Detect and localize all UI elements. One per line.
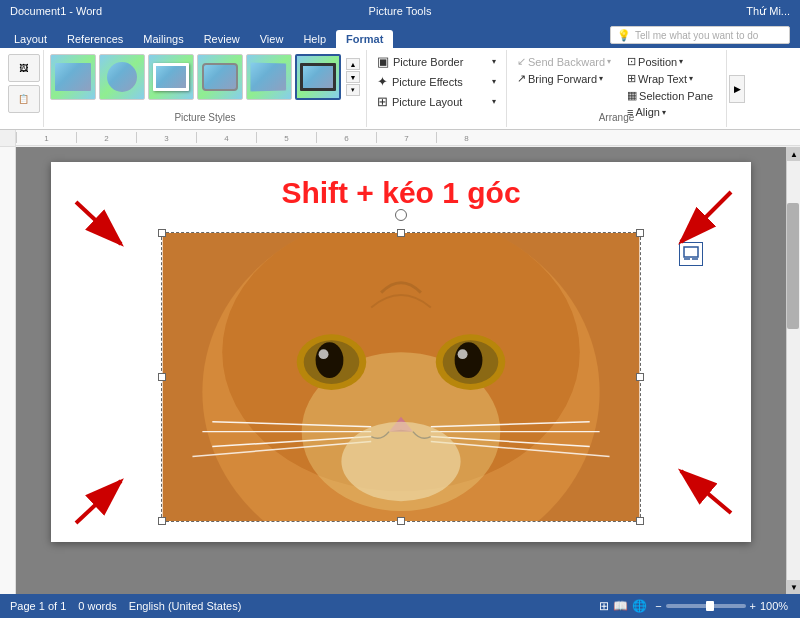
scroll-down-arrow[interactable]: ▼ (787, 580, 800, 594)
tab-review[interactable]: Review (194, 30, 250, 48)
style-thumb-selected[interactable] (295, 54, 341, 100)
stub-btn-2[interactable]: 📋 (8, 85, 40, 113)
title-bar: Document1 - Word Picture Tools Thứ Mi... (0, 0, 800, 22)
picture-border-btn[interactable]: ▣ Picture Border ▾ (373, 52, 500, 71)
picture-styles-group: ▲ ▼ ▾ Picture Styles (44, 50, 367, 127)
view-buttons: ⊞ 📖 🌐 (599, 599, 647, 613)
picture-effects-btn[interactable]: ✦ Picture Effects ▾ (373, 72, 500, 91)
wrap-text-btn[interactable]: ⊞ Wrap Text ▾ (623, 71, 717, 86)
arrow-bottom-left (66, 463, 146, 537)
handle-mid-right[interactable] (636, 373, 644, 381)
tab-references[interactable]: References (57, 30, 133, 48)
vertical-scrollbar[interactable]: ▲ ▼ (786, 147, 800, 594)
ribbon: 🖼 📋 ▲ ▼ (0, 48, 800, 130)
bring-forward-icon: ↗ (517, 72, 526, 85)
style-thumb-1[interactable] (50, 54, 96, 100)
picture-layout-btn[interactable]: ⊞ Picture Layout ▾ (373, 92, 500, 111)
vertical-ruler (0, 147, 16, 594)
svg-point-11 (458, 349, 468, 359)
border-icon: ▣ (377, 54, 389, 69)
ruler-corner (0, 130, 16, 147)
effects-icon: ✦ (377, 74, 388, 89)
handle-mid-left[interactable] (158, 373, 166, 381)
handle-top-left[interactable] (158, 229, 166, 237)
style-thumb-4[interactable] (197, 54, 243, 100)
arrow-top-right (651, 182, 741, 266)
horizontal-ruler: 1 2 3 4 5 6 7 8 (16, 130, 800, 146)
position-btn[interactable]: ⊡ Position ▾ (623, 54, 717, 69)
picture-styles-label: Picture Styles (44, 112, 366, 123)
svg-point-22 (341, 422, 460, 501)
picture-options-group: ▣ Picture Border ▾ ✦ Picture Effects ▾ ⊞… (367, 50, 507, 127)
zoom-out-btn[interactable]: − (655, 600, 661, 612)
left-ribbon-stub: 🖼 📋 (4, 50, 44, 127)
scroll-track[interactable] (787, 161, 800, 580)
arrange-label: Arrange (507, 112, 726, 123)
style-thumb-3[interactable] (148, 54, 194, 100)
status-left: Page 1 of 1 0 words English (United Stat… (10, 600, 241, 612)
style-thumb-5[interactable] (246, 54, 292, 100)
svg-point-10 (455, 342, 483, 378)
send-backward-icon: ↙ (517, 55, 526, 68)
document-page: Shift + kéo 1 góc (51, 162, 751, 542)
scroll-up-arrow[interactable]: ▲ (787, 147, 800, 161)
scroll-more-btn[interactable]: ▾ (346, 84, 360, 96)
styles-scroll[interactable]: ▲ ▼ ▾ (346, 58, 360, 96)
zoom-thumb[interactable] (706, 601, 714, 611)
cat-image (162, 233, 640, 521)
handle-bottom-right[interactable] (636, 517, 644, 525)
annotation-text: Shift + kéo 1 góc (281, 176, 520, 210)
rotate-handle[interactable] (395, 209, 407, 221)
tab-mailings[interactable]: Mailings (133, 30, 193, 48)
svg-point-6 (316, 342, 344, 378)
bring-forward-btn[interactable]: ↗ Bring Forward ▾ (513, 71, 615, 86)
zoom-percent: 100% (760, 600, 790, 612)
ruler-wrapper: 1 2 3 4 5 6 7 8 (0, 130, 800, 147)
picture-tools-label: Picture Tools (369, 5, 432, 17)
handle-top-center[interactable] (397, 229, 405, 237)
document-area: Shift + kéo 1 góc (0, 147, 800, 594)
user-name: Thứ Mi... (746, 5, 790, 18)
style-thumb-2[interactable] (99, 54, 145, 100)
svg-line-29 (681, 192, 731, 242)
svg-line-31 (76, 481, 121, 523)
status-bar: Page 1 of 1 0 words English (United Stat… (0, 594, 800, 618)
svg-line-33 (681, 471, 731, 513)
handle-bottom-center[interactable] (397, 517, 405, 525)
selection-pane-btn[interactable]: ▦ Selection Pane (623, 88, 717, 103)
arrow-bottom-right (651, 453, 741, 537)
print-layout-icon[interactable]: ⊞ (599, 599, 609, 613)
zoom-control: − + 100% (655, 600, 790, 612)
tab-format[interactable]: Format (336, 30, 393, 48)
page-container: Shift + kéo 1 góc (16, 147, 786, 594)
status-right: ⊞ 📖 🌐 − + 100% (599, 599, 790, 613)
selection-pane-icon: ▦ (627, 89, 637, 102)
handle-top-right[interactable] (636, 229, 644, 237)
scroll-up-btn[interactable]: ▲ (346, 58, 360, 70)
options-group-label (373, 123, 500, 125)
tab-layout[interactable]: Layout (4, 30, 57, 48)
web-layout-icon[interactable]: 🌐 (632, 599, 647, 613)
read-mode-icon[interactable]: 📖 (613, 599, 628, 613)
handle-bottom-left[interactable] (158, 517, 166, 525)
send-backward-btn[interactable]: ↙ Send Backward ▾ (513, 54, 615, 69)
stub-btn-1[interactable]: 🖼 (8, 54, 40, 82)
ruler-marks: 1 2 3 4 5 6 7 8 (16, 132, 800, 143)
ribbon-scroll-right[interactable]: ▶ (729, 75, 745, 103)
zoom-in-btn[interactable]: + (750, 600, 756, 612)
tell-me-input[interactable]: 💡 Tell me what you want to do (610, 26, 790, 44)
document-title: Document1 - Word (10, 5, 102, 17)
layout-icon: ⊞ (377, 94, 388, 109)
arrow-top-left (66, 192, 146, 266)
cat-image-container[interactable] (161, 232, 641, 522)
ribbon-scroll-buttons[interactable]: ▶ (727, 50, 747, 127)
tab-view[interactable]: View (250, 30, 294, 48)
scroll-down-btn[interactable]: ▼ (346, 71, 360, 83)
position-icon: ⊡ (627, 55, 636, 68)
scroll-thumb[interactable] (787, 203, 799, 329)
wrap-icon: ⊞ (627, 72, 636, 85)
svg-point-7 (319, 349, 329, 359)
tab-help[interactable]: Help (293, 30, 336, 48)
word-count: 0 words (78, 600, 117, 612)
zoom-slider[interactable] (666, 604, 746, 608)
